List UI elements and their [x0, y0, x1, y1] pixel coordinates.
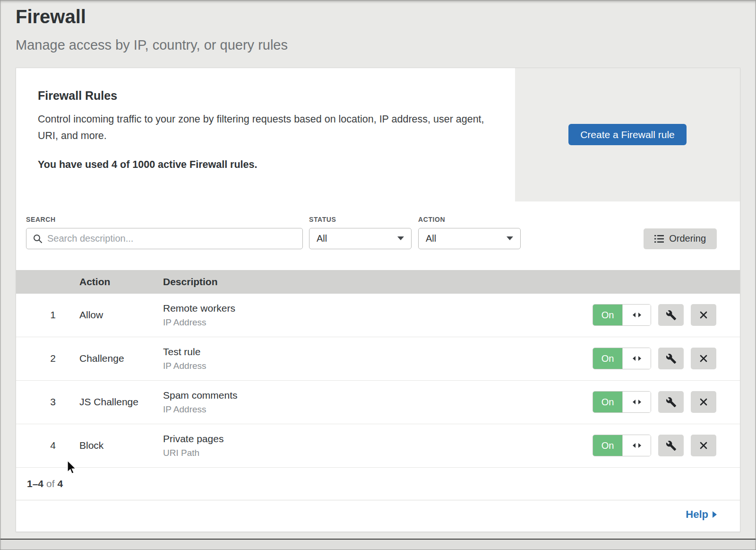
usage-text: You have used 4 of 1000 active Firewall … [38, 159, 493, 171]
card-top-info: Firewall Rules Control incoming traffic … [16, 68, 515, 201]
row-description-title: Private pages [163, 433, 593, 445]
row-description: Spam comments IP Address [163, 390, 593, 415]
search-filter-group: SEARCH [26, 216, 303, 249]
edit-rule-button[interactable] [658, 435, 684, 456]
toggle-on-segment: On [593, 305, 622, 325]
panel-heading: Firewall Rules [38, 89, 493, 103]
status-select[interactable]: All [309, 228, 412, 249]
search-label: SEARCH [26, 216, 303, 223]
wrench-icon [666, 353, 677, 364]
pagination: 1–4of4 [16, 468, 740, 500]
row-action: Block [79, 440, 163, 451]
page-subtitle: Manage access by IP, country, or query r… [16, 37, 740, 53]
search-icon [33, 234, 43, 244]
firewall-page: Firewall Manage access by IP, country, o… [0, 0, 756, 532]
search-field-wrap [26, 228, 303, 249]
toggle-knob [622, 392, 651, 412]
drag-handle-icon [633, 356, 641, 361]
column-header-action: Action [79, 276, 163, 288]
rule-toggle[interactable]: On [593, 435, 651, 456]
action-select[interactable]: All [418, 228, 521, 249]
page-title: Firewall [16, 6, 740, 27]
toggle-on-segment: On [593, 435, 622, 456]
drag-handle-icon [633, 443, 641, 448]
table-row: 4 Block Private pages URI Path On [16, 424, 740, 468]
panel-description: Control incoming traffic to your zone by… [38, 111, 484, 145]
create-firewall-rule-button[interactable]: Create a Firewall rule [568, 124, 687, 145]
row-description-type: IP Address [163, 361, 593, 371]
close-icon [699, 441, 708, 450]
close-icon [699, 310, 708, 320]
row-description: Test rule IP Address [163, 346, 593, 371]
row-controls: On [593, 435, 716, 456]
table-header: Action Description [16, 270, 740, 294]
edit-rule-button[interactable] [658, 391, 684, 413]
status-selected-value: All [317, 233, 327, 244]
delete-rule-button[interactable] [691, 304, 716, 326]
action-selected-value: All [426, 233, 436, 244]
drag-handle-icon [633, 313, 641, 317]
card-top-action-area: Create a Firewall rule [515, 68, 740, 201]
ordering-button[interactable]: Ordering [644, 228, 717, 249]
pagination-of: of [46, 478, 55, 489]
row-controls: On [593, 391, 716, 413]
toggle-knob [622, 305, 651, 325]
toggle-knob [622, 435, 651, 456]
toggle-on-segment: On [593, 392, 622, 412]
row-action: Challenge [79, 353, 163, 364]
window-edge-strip [0, 540, 756, 550]
delete-rule-button[interactable] [691, 391, 716, 413]
card-footer: Help [16, 500, 740, 532]
row-controls: On [593, 304, 716, 326]
action-filter-group: ACTION All [418, 216, 521, 249]
row-controls: On [593, 348, 716, 369]
table-row: 3 JS Challenge Spam comments IP Address … [16, 381, 740, 424]
chevron-right-icon [713, 511, 717, 518]
chevron-down-icon [397, 236, 404, 240]
pagination-range: 1–4 [27, 478, 43, 489]
rule-toggle[interactable]: On [593, 391, 651, 413]
pagination-total: 4 [58, 478, 63, 489]
row-description: Private pages URI Path [163, 433, 593, 458]
drag-handle-icon [633, 400, 641, 404]
delete-rule-button[interactable] [691, 348, 716, 369]
rule-toggle[interactable]: On [593, 304, 651, 326]
wrench-icon [666, 397, 677, 408]
wrench-icon [666, 440, 677, 451]
rule-toggle[interactable]: On [593, 348, 651, 369]
firewall-rules-card: Firewall Rules Control incoming traffic … [16, 68, 740, 532]
edit-rule-button[interactable] [658, 304, 684, 326]
filter-bar: SEARCH STATUS All ACTION All [16, 201, 740, 270]
status-label: STATUS [309, 216, 412, 223]
help-label: Help [686, 508, 708, 521]
search-input[interactable] [26, 228, 303, 249]
status-filter-group: STATUS All [309, 216, 412, 249]
row-description-type: URI Path [163, 448, 593, 458]
card-top-section: Firewall Rules Control incoming traffic … [16, 68, 740, 201]
row-description-type: IP Address [163, 317, 593, 328]
row-description-type: IP Address [163, 404, 593, 415]
close-icon [699, 397, 708, 407]
row-action: JS Challenge [79, 396, 163, 408]
row-number: 1 [16, 309, 79, 321]
ordering-button-label: Ordering [669, 233, 706, 244]
wrench-icon [666, 310, 677, 321]
column-header-description: Description [163, 276, 716, 288]
edit-rule-button[interactable] [658, 348, 684, 369]
help-link[interactable]: Help [686, 508, 717, 521]
ordered-list-icon [654, 235, 664, 243]
row-description: Remote workers IP Address [163, 303, 593, 328]
delete-rule-button[interactable] [691, 435, 716, 456]
toggle-knob [622, 348, 651, 369]
toggle-on-segment: On [593, 348, 622, 369]
table-row: 2 Challenge Test rule IP Address On [16, 337, 740, 381]
row-number: 2 [16, 353, 79, 364]
row-description-title: Spam comments [163, 390, 593, 401]
row-action: Allow [79, 309, 163, 321]
close-icon [699, 354, 708, 363]
row-description-title: Remote workers [163, 303, 593, 314]
table-row: 1 Allow Remote workers IP Address On [16, 294, 740, 337]
row-description-title: Test rule [163, 346, 593, 358]
chevron-down-icon [507, 236, 513, 240]
row-number: 4 [16, 440, 79, 451]
